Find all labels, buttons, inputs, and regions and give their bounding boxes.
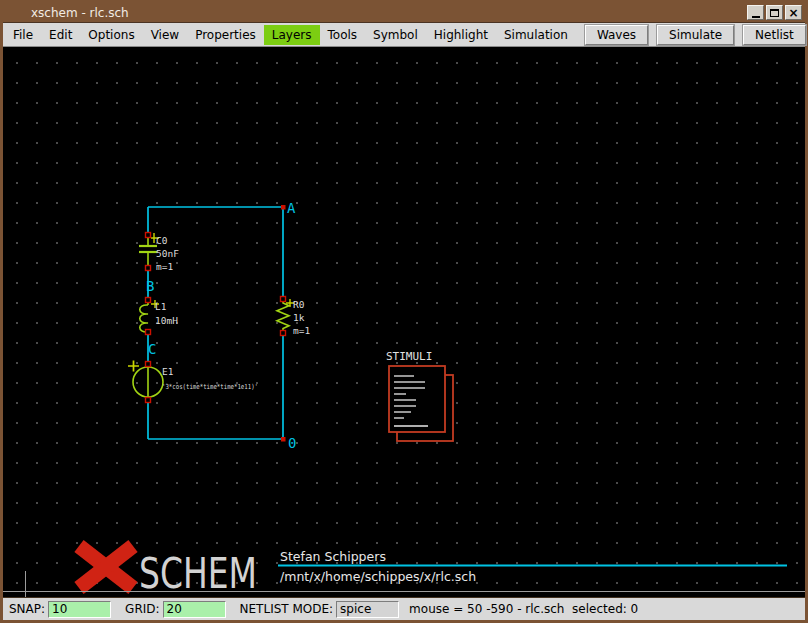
menu-properties[interactable]: Properties — [187, 25, 264, 45]
simulate-button[interactable]: Simulate — [657, 25, 734, 45]
window-controls: × — [747, 5, 805, 20]
netlist-button[interactable]: Netlist — [743, 25, 806, 45]
mouse-status-text: mouse = 50 -590 - rlc.sch selected: 0 — [409, 602, 638, 616]
stimuli-label: STIMULI — [386, 350, 432, 363]
menu-bar: File Edit Options View Properties Layers… — [3, 23, 805, 47]
resistor-r0[interactable]: R0 1k m=1 — [277, 297, 310, 337]
label-pin-gnd — [281, 437, 286, 442]
label-pin-a — [281, 205, 286, 210]
inductor-name: L1 — [155, 301, 167, 312]
grid-input[interactable] — [163, 601, 226, 618]
netlist-mode-label: NETLIST MODE: — [240, 602, 334, 616]
titleblock-path: /mnt/x/home/schippes/x/rlc.sch — [280, 569, 476, 584]
menu-layers[interactable]: Layers — [264, 25, 320, 45]
capacitor-value: 50nF — [156, 248, 179, 259]
capacitor-c0[interactable]: C0 50nF m=1 — [139, 233, 179, 273]
resistor-name: R0 — [293, 299, 305, 310]
snap-input[interactable] — [48, 601, 111, 618]
xschem-logo-x-icon — [79, 546, 133, 588]
schematic-canvas[interactable]: C0 50nF m=1 B L1 10mH C — [3, 47, 805, 597]
inductor-value: 10mH — [155, 315, 178, 326]
resistor-value: 1k — [293, 312, 305, 323]
maximize-icon — [770, 9, 779, 17]
source-name: E1 — [162, 366, 174, 377]
net-label-a[interactable]: A — [287, 200, 296, 216]
capacitor-mult: m=1 — [156, 261, 173, 272]
window-title: xschem - rlc.sch — [3, 6, 747, 20]
waves-button[interactable]: Waves — [585, 25, 648, 45]
schematic-drawing: C0 50nF m=1 B L1 10mH C — [3, 47, 805, 597]
net-label-gnd[interactable]: 0 — [288, 435, 296, 451]
close-button[interactable]: × — [785, 5, 802, 20]
resistor-mult: m=1 — [293, 325, 310, 336]
close-icon: × — [788, 7, 798, 19]
net-label-b[interactable]: B — [146, 278, 154, 294]
inductor-l1[interactable]: L1 10mH — [140, 298, 178, 335]
menu-edit[interactable]: Edit — [41, 25, 80, 45]
maximize-button[interactable] — [766, 5, 783, 20]
netlist-mode-input[interactable] — [336, 601, 399, 618]
source-e1[interactable]: E1 '3*cos(time*time*time*1e11)' — [128, 361, 258, 403]
minimize-icon — [752, 16, 760, 18]
minimize-button[interactable] — [747, 5, 764, 20]
titleblock-author: Stefan Schippers — [280, 549, 386, 564]
snap-label: SNAP: — [9, 602, 45, 616]
net-label-c[interactable]: C — [148, 341, 156, 357]
menu-view[interactable]: View — [143, 25, 187, 45]
menu-options[interactable]: Options — [80, 25, 142, 45]
menu-simulation[interactable]: Simulation — [496, 25, 576, 45]
menu-file[interactable]: File — [5, 25, 41, 45]
menu-highlight[interactable]: Highlight — [426, 25, 496, 45]
xschem-window: xschem - rlc.sch × File Edit Options Vie… — [0, 0, 808, 623]
xschem-logo-text: SCHEM — [139, 549, 257, 597]
stimuli-symbol[interactable]: STIMULI — [386, 350, 453, 441]
menu-tools[interactable]: Tools — [320, 25, 366, 45]
grid-label: GRID: — [125, 602, 159, 616]
title-bar[interactable]: xschem - rlc.sch × — [3, 3, 805, 23]
menu-symbol[interactable]: Symbol — [365, 25, 426, 45]
status-bar: SNAP: GRID: NETLIST MODE: mouse = 50 -59… — [3, 597, 805, 620]
source-value: '3*cos(time*time*time*1e11)' — [162, 383, 258, 391]
title-block: SCHEM Stefan Schippers /mnt/x/home/schip… — [3, 546, 805, 597]
capacitor-name: C0 — [156, 235, 168, 246]
